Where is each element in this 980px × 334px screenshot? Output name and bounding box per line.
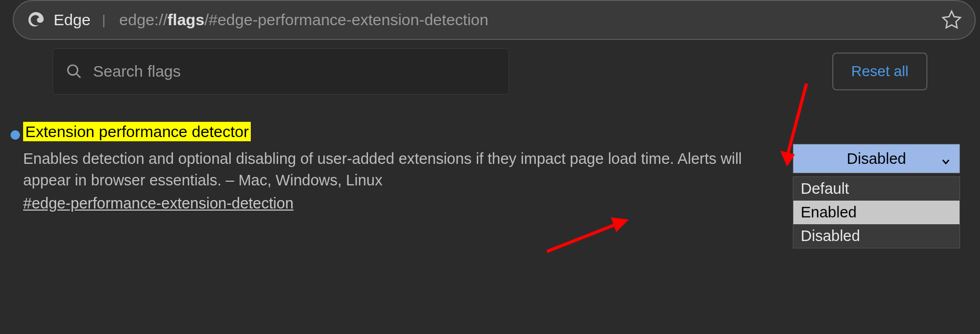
browser-name-label: Edge (54, 11, 90, 29)
url-path: /#edge-performance-extension-detection (205, 11, 488, 28)
flag-text-block: Extension performance detector Enables d… (23, 123, 793, 248)
url-scheme: edge:// (119, 11, 168, 28)
flag-description: Enables detection and optional disabling… (23, 148, 772, 191)
dropdown-option-default[interactable]: Default (793, 177, 959, 201)
svg-line-1 (77, 74, 80, 78)
url-host: flags (168, 11, 205, 28)
url-display[interactable]: edge://flags/#edge-performance-extension… (119, 11, 941, 29)
favorite-star-icon[interactable] (941, 9, 962, 30)
flag-anchor-link[interactable]: #edge-performance-extension-detection (23, 195, 293, 212)
search-icon (66, 63, 83, 80)
flag-modified-indicator-icon (11, 130, 20, 140)
reset-all-button[interactable]: Reset all (832, 53, 927, 90)
address-bar[interactable]: Edge | edge://flags/#edge-performance-ex… (13, 0, 976, 40)
dropdown-option-disabled[interactable]: Disabled (793, 224, 959, 248)
search-input[interactable] (93, 62, 496, 80)
flag-control: Disabled Default Enabled Disabled (793, 144, 960, 248)
address-separator: | (102, 12, 106, 28)
flag-dropdown: Default Enabled Disabled (793, 176, 960, 248)
edge-browser-icon (26, 11, 45, 29)
flag-select[interactable]: Disabled (793, 144, 960, 173)
flag-item: Extension performance detector Enables d… (11, 123, 969, 248)
chevron-down-icon (941, 153, 951, 164)
search-row: Reset all (11, 48, 969, 95)
dropdown-option-enabled[interactable]: Enabled (793, 201, 959, 224)
flag-title: Extension performance detector (23, 122, 251, 141)
search-box[interactable] (53, 48, 509, 95)
flag-select-value: Disabled (847, 150, 906, 168)
svg-point-0 (68, 65, 78, 75)
